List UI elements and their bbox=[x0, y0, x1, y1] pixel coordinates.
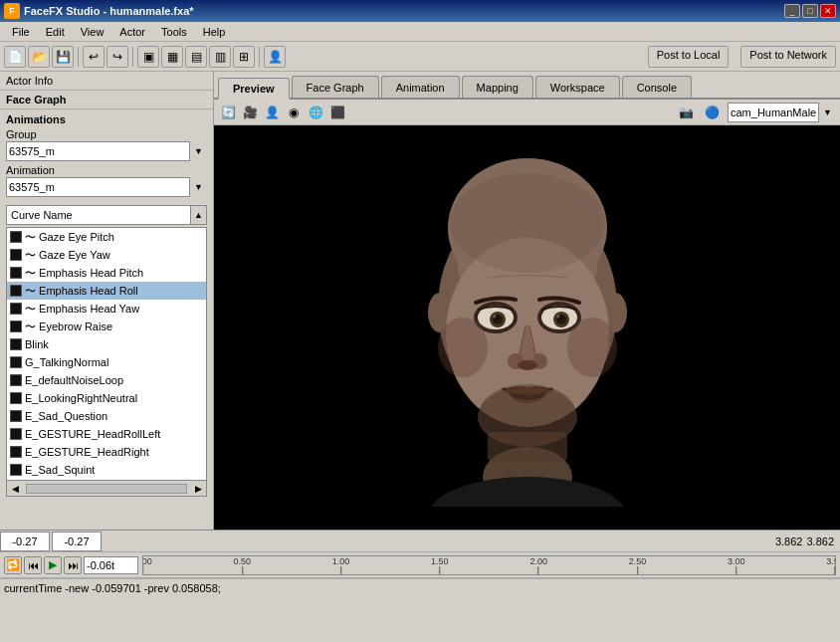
curve-item[interactable]: E_Sad_Question bbox=[7, 407, 206, 425]
save-button[interactable]: 💾 bbox=[52, 46, 74, 68]
tool5-button[interactable]: ⊞ bbox=[233, 46, 255, 68]
timeline-area: 3.862 3.862 🔁 ⏮ ▶ ⏭ 0.000.501.001.502.00… bbox=[0, 530, 840, 578]
view-btn6[interactable]: ⬛ bbox=[327, 103, 347, 122]
curve-item-label: E_LookingRightNeutral bbox=[25, 392, 137, 404]
tabs-bar: Preview Face Graph Animation Mapping Wor… bbox=[214, 72, 840, 100]
curve-color-box bbox=[10, 464, 22, 476]
curves-list[interactable]: 〜 Gaze Eye Pitch〜 Gaze Eye Yaw〜 Emphasis… bbox=[6, 227, 207, 481]
status-message: currentTime -new -0.059701 -prev 0.05805… bbox=[4, 582, 221, 594]
menu-file[interactable]: File bbox=[4, 24, 38, 40]
group-dropdown[interactable]: 63575_m bbox=[6, 141, 207, 161]
curves-header: Curve Name ▲ bbox=[6, 205, 207, 225]
curve-color-box bbox=[10, 428, 22, 440]
menu-actor[interactable]: Actor bbox=[111, 24, 153, 40]
cam-icon[interactable]: 📷 bbox=[676, 103, 696, 122]
animation-dropdown[interactable]: 63575_m bbox=[6, 177, 207, 197]
svg-point-15 bbox=[493, 316, 496, 319]
curves-scroll-up[interactable]: ▲ bbox=[191, 205, 207, 225]
post-to-network-button[interactable]: Post to Network bbox=[740, 46, 836, 68]
menu-help[interactable]: Help bbox=[195, 24, 234, 40]
viewport[interactable] bbox=[214, 125, 840, 530]
curve-color-box bbox=[10, 338, 22, 350]
group-dropdown-wrapper: 63575_m ▼ bbox=[6, 141, 207, 161]
view-btn1[interactable]: 🔄 bbox=[218, 103, 238, 122]
curve-item[interactable]: G_TalkingNormal bbox=[7, 353, 206, 371]
menu-bar: File Edit View Actor Tools Help bbox=[0, 22, 840, 42]
view-btn2[interactable]: 🎥 bbox=[240, 103, 260, 122]
hscroll-left[interactable]: ◀ bbox=[7, 484, 23, 494]
hscroll-track bbox=[26, 484, 187, 494]
curve-item-label: E_GESTURE_HeadRollLeft bbox=[25, 428, 160, 440]
app-icon: F bbox=[4, 3, 20, 19]
curves-hscroll: ◀ ▶ bbox=[6, 481, 207, 497]
tab-workspace[interactable]: Workspace bbox=[535, 76, 620, 98]
tab-animation[interactable]: Animation bbox=[381, 76, 460, 98]
close-button[interactable]: ✕ bbox=[820, 4, 836, 18]
new-button[interactable]: 📄 bbox=[4, 46, 26, 68]
curve-item-label: 〜 Gaze Eye Yaw bbox=[25, 248, 110, 263]
menu-view[interactable]: View bbox=[73, 24, 112, 40]
svg-point-28 bbox=[567, 318, 617, 377]
curve-item-label: 〜 Gaze Eye Pitch bbox=[25, 230, 114, 245]
curve-item[interactable]: 〜 Gaze Eye Pitch bbox=[7, 228, 206, 246]
hscroll-right[interactable]: ▶ bbox=[190, 484, 206, 494]
post-to-local-button[interactable]: Post to Local bbox=[648, 46, 730, 68]
loop-button[interactable]: 🔁 bbox=[4, 556, 22, 574]
menu-edit[interactable]: Edit bbox=[38, 24, 73, 40]
curve-item-label: 〜 Emphasis Head Pitch bbox=[25, 266, 143, 281]
timeline-ruler[interactable]: 0.000.501.001.502.002.503.003.50 bbox=[142, 555, 836, 575]
maximize-button[interactable]: □ bbox=[802, 4, 818, 18]
view-btn4[interactable]: ◉ bbox=[284, 103, 304, 122]
tool3-button[interactable]: ▤ bbox=[185, 46, 207, 68]
curve-item[interactable]: E_Sad_Squint bbox=[7, 461, 206, 479]
curve-item[interactable]: E_LookingRightNeutral bbox=[7, 389, 206, 407]
curve-item[interactable]: E_defaultNoiseLoop bbox=[7, 371, 206, 389]
view-btn5[interactable]: 🌐 bbox=[306, 103, 325, 122]
ruler-mark: 0.00 bbox=[142, 556, 152, 574]
ruler-mark: 0.50 bbox=[234, 556, 252, 574]
curve-item[interactable]: 〜 Emphasis Head Pitch bbox=[7, 264, 206, 282]
end-time-display: 3.862 3.862 bbox=[775, 535, 840, 547]
curve-item[interactable]: 〜 Emphasis Head Yaw bbox=[7, 300, 206, 318]
svg-point-22 bbox=[518, 360, 537, 370]
animation-label: Animation bbox=[6, 164, 207, 176]
curve-item[interactable]: 〜 Gaze Eye Yaw bbox=[7, 246, 206, 264]
next-button[interactable]: ⏭ bbox=[64, 556, 82, 574]
minimize-button[interactable]: _ bbox=[784, 4, 800, 18]
tab-mapping[interactable]: Mapping bbox=[462, 76, 533, 98]
tab-console[interactable]: Console bbox=[622, 76, 692, 98]
current-time-input[interactable] bbox=[84, 556, 138, 574]
curve-item-label: E_Sad_Squint bbox=[25, 464, 95, 476]
svg-point-24 bbox=[480, 384, 575, 440]
play-button[interactable]: ▶ bbox=[44, 556, 62, 574]
curve-item[interactable]: 〜 Emphasis Head Roll bbox=[7, 282, 206, 300]
redo-button[interactable]: ↪ bbox=[106, 46, 128, 68]
tool1-button[interactable]: ▣ bbox=[137, 46, 159, 68]
undo-button[interactable]: ↩ bbox=[83, 46, 105, 68]
cam-btn2[interactable]: 🔵 bbox=[702, 103, 722, 122]
tool2-button[interactable]: ▦ bbox=[161, 46, 183, 68]
actor-info-bar: Actor Info bbox=[0, 72, 213, 91]
curve-item-label: 〜 Emphasis Head Yaw bbox=[25, 302, 139, 317]
curve-item[interactable]: E_GESTURE_HeadRight bbox=[7, 443, 206, 461]
window-controls: _ □ ✕ bbox=[784, 4, 836, 18]
curve-item[interactable]: E_GESTURE_HeadRollLeft bbox=[7, 425, 206, 443]
prev-frame-button[interactable]: ⏮ bbox=[24, 556, 42, 574]
tool6-button[interactable]: 👤 bbox=[264, 46, 286, 68]
menu-tools[interactable]: Tools bbox=[153, 24, 195, 40]
start-time-input[interactable] bbox=[0, 532, 50, 551]
curve-color-box bbox=[10, 410, 22, 422]
curve-item[interactable]: 〜 Eyebrow Raise bbox=[7, 318, 206, 335]
open-button[interactable]: 📂 bbox=[28, 46, 50, 68]
curve-item-label: E_defaultNoiseLoop bbox=[25, 374, 123, 386]
tool4-button[interactable]: ▥ bbox=[209, 46, 231, 68]
tab-preview[interactable]: Preview bbox=[218, 78, 290, 100]
curve-item[interactable]: Blink bbox=[7, 335, 206, 353]
end-time-input[interactable] bbox=[52, 532, 102, 551]
curve-item-label: 〜 Emphasis Head Roll bbox=[25, 284, 138, 299]
cam-dropdown[interactable]: cam_HumanMale cam_Default cam_Close bbox=[728, 103, 836, 122]
view-btn3[interactable]: 👤 bbox=[262, 103, 282, 122]
face-render bbox=[214, 125, 840, 530]
ruler-mark: 2.50 bbox=[629, 556, 647, 574]
tab-face-graph[interactable]: Face Graph bbox=[292, 76, 379, 98]
